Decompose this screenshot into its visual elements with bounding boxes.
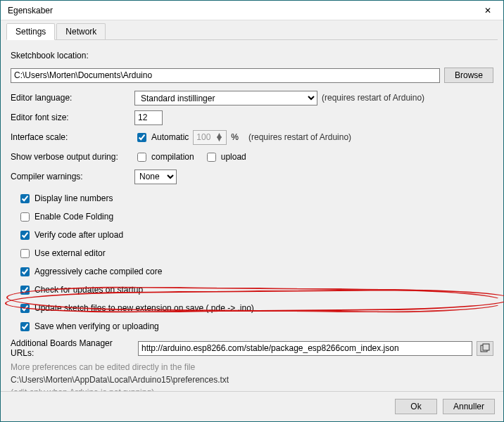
use-external-editor-checkbox[interactable] [20,249,30,258]
verify-after-upload-wrap[interactable]: Verify code after upload [11,227,493,243]
svg-rect-1 [483,344,489,350]
save-on-verify-checkbox[interactable] [20,322,30,331]
scale-percent-value: 100 [196,132,210,142]
verbose-upload-wrap[interactable]: upload [204,149,246,165]
close-icon: ✕ [484,6,491,15]
verbose-compilation-wrap[interactable]: compilation [134,149,194,165]
interface-scale-hint: (requires restart of Arduino) [248,132,351,142]
verbose-compilation-label: compilation [151,152,194,162]
font-size-label: Editor font size: [11,113,130,122]
tab-network[interactable]: Network [56,23,106,39]
editor-language-hint: (requires restart of Arduino) [322,93,424,103]
compiler-warnings-select[interactable]: None [134,170,177,184]
aggressively-cache-wrap[interactable]: Aggressively cache compiled core [11,264,493,279]
update-sketch-ext-label: Update sketch files to new extension on … [34,303,254,313]
editor-language-label: Editor language: [11,93,130,103]
automatic-scale-label: Automatic [151,132,189,142]
verify-after-upload-label: Verify code after upload [34,230,123,240]
browse-button[interactable]: Browse [444,68,493,83]
display-line-numbers-checkbox[interactable] [20,194,30,203]
interface-scale-row: Interface scale: Automatic 100 ▲▼ % (req… [11,129,493,146]
editor-language-row: Editor language: Standard instillinger (… [11,89,493,106]
verbose-upload-checkbox[interactable] [207,153,216,162]
font-size-row: Editor font size: [11,109,493,126]
update-sketch-ext-wrap[interactable]: Update sketch files to new extension on … [11,300,493,316]
display-line-numbers-wrap[interactable]: Display line numbers [11,191,493,206]
save-on-verify-wrap[interactable]: Save when verifying or uploading [11,319,493,334]
window-title: Egenskaber [8,6,53,15]
automatic-scale-checkbox[interactable] [137,133,146,142]
additional-urls-row: Additional Boards Manager URLs: [11,340,493,357]
font-size-input[interactable] [134,110,163,125]
use-external-editor-label: Use external editor [34,248,106,258]
check-updates-label: Check for updates on startup [34,285,143,295]
update-sketch-ext-checkbox[interactable] [20,304,30,313]
enable-code-folding-label: Enable Code Folding [34,212,113,222]
more-prefs-path: C:\Users\Morten\AppData\Local\Arduino15\… [11,375,493,385]
verbose-upload-label: upload [221,152,246,162]
more-prefs-line1: More preferences can be edited directly … [11,362,493,372]
interface-scale-label: Interface scale: [11,132,130,142]
enable-code-folding-checkbox[interactable] [20,212,30,222]
cancel-button[interactable]: Annuller [443,399,495,414]
sketchbook-location-input[interactable] [11,68,440,83]
ok-button[interactable]: Ok [395,399,437,414]
verbose-row: Show verbose output during: compilation … [11,148,493,165]
scale-percent-spinner[interactable]: 100 ▲▼ [193,130,227,145]
close-button[interactable]: ✕ [472,1,503,20]
additional-urls-label: Additional Boards Manager URLs: [11,338,134,358]
use-external-editor-wrap[interactable]: Use external editor [11,245,493,261]
editor-language-select[interactable]: Standard instillinger [134,91,317,106]
check-updates-checkbox[interactable] [20,286,30,295]
aggressively-cache-checkbox[interactable] [20,267,30,276]
enable-code-folding-wrap[interactable]: Enable Code Folding [11,209,493,224]
window-icon [480,343,490,353]
display-line-numbers-label: Display line numbers [34,193,113,203]
verbose-compilation-checkbox[interactable] [137,153,146,162]
sketchbook-label-row: Sketchbook location: [11,47,493,64]
preferences-window: Egenskaber ✕ Settings Network Sketchbook… [0,0,504,422]
additional-urls-expand-button[interactable] [477,341,493,356]
titlebar: Egenskaber ✕ [1,1,503,20]
sketchbook-label: Sketchbook location: [11,51,89,60]
tab-strip: Settings Network [6,23,498,40]
sketchbook-input-row: Browse [11,67,493,84]
save-on-verify-label: Save when verifying or uploading [34,321,159,331]
settings-panel: Sketchbook location: Browse Editor langu… [1,40,503,391]
automatic-scale-checkbox-wrap[interactable]: Automatic [134,129,189,145]
aggressively-cache-label: Aggressively cache compiled core [34,267,162,276]
spinner-arrows-icon: ▲▼ [215,134,223,141]
compiler-warnings-label: Compiler warnings: [11,172,130,181]
additional-urls-input[interactable] [138,341,472,356]
percent-sign: % [231,132,239,142]
check-updates-wrap[interactable]: Check for updates on startup [11,282,493,298]
tab-settings[interactable]: Settings [6,23,55,40]
verbose-label: Show verbose output during: [11,152,130,162]
compiler-warnings-row: Compiler warnings: None [11,168,493,185]
verify-after-upload-checkbox[interactable] [20,231,30,240]
dialog-footer: Ok Annuller [1,391,503,421]
